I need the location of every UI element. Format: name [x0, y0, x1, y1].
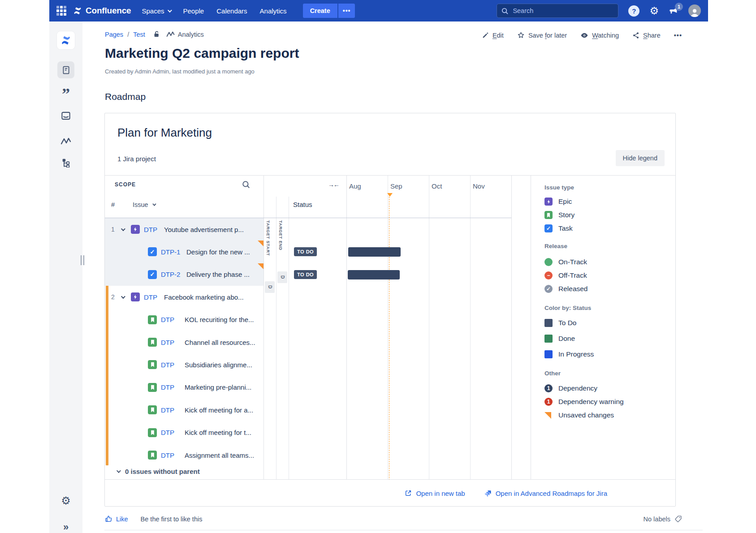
sidebar-item-analytics-icon[interactable] [60, 137, 71, 146]
search-input[interactable] [512, 7, 613, 15]
issue-key-link[interactable]: DTP-1 [161, 248, 180, 256]
edit-button[interactable]: Edit [482, 32, 504, 39]
labels-control[interactable]: No labels [644, 515, 682, 523]
issue-key-link[interactable]: DTP [161, 361, 174, 369]
analytics-wave-icon[interactable] [166, 31, 175, 38]
settings-gear-icon[interactable]: ⚙ [649, 6, 659, 16]
like-hint: Be the first to like this [141, 516, 203, 523]
sidebar-item-calendar-icon[interactable] [61, 111, 71, 121]
todo-swatch [544, 319, 553, 327]
save-for-later-button[interactable]: Save for later [517, 31, 567, 39]
column-status-header: Status [293, 201, 312, 208]
collapse-columns-icon[interactable]: →← [328, 181, 339, 188]
legend-panel: Issue type Epic Story ✓Task Release On-T… [531, 176, 675, 479]
story-icon [148, 383, 157, 392]
story-icon [148, 338, 157, 347]
today-marker [389, 197, 389, 480]
sidebar-item-hierarchy-icon[interactable] [61, 158, 71, 168]
issue-key-link[interactable]: DTP [144, 293, 157, 301]
legend-item-epic: Epic [544, 198, 572, 206]
tag-icon [674, 515, 682, 523]
roadmap-footer: Open in new tab Open in Advanced Roadmap… [105, 480, 675, 507]
confluence-app: Confluence Spaces People Calendars Analy… [49, 0, 708, 533]
sidebar-resize-handle[interactable] [81, 255, 84, 265]
share-button[interactable]: Share [632, 32, 661, 39]
story-icon [148, 360, 157, 369]
issue-key-link[interactable]: DTP [161, 339, 174, 346]
pages-icon [61, 65, 71, 75]
issue-key-link[interactable]: DTP [161, 383, 174, 391]
help-icon[interactable]: ? [628, 5, 639, 17]
analytics-views-label[interactable]: Analytics [178, 31, 204, 38]
issue-key-link[interactable]: DTP-2 [161, 271, 180, 278]
app-switcher-icon[interactable] [56, 6, 66, 16]
product-name: Confluence [86, 6, 131, 16]
breadcrumb-pages-link[interactable]: Pages [105, 31, 123, 38]
menu-people[interactable]: People [183, 7, 204, 15]
chevron-down-icon [167, 8, 172, 13]
legend-item-off-track: −Off-Track [544, 271, 587, 279]
sidebar-expand-icon[interactable]: » [63, 521, 69, 533]
legend-item-dependency-warning: 1Dependency warning [544, 398, 624, 406]
top-navigation: Confluence Spaces People Calendars Analy… [49, 0, 708, 21]
issue-key-link[interactable]: DTP [161, 316, 174, 323]
bottom-divider [104, 530, 703, 530]
sidebar-item-blog-quote-icon[interactable]: ” [62, 86, 70, 102]
unsaved-changes-icon [258, 263, 264, 269]
avatar[interactable] [688, 4, 701, 17]
space-logo[interactable] [57, 31, 75, 49]
create-button[interactable]: Create [303, 4, 337, 18]
thumbs-up-icon [105, 515, 112, 523]
legend-item-task: ✓Task [544, 224, 573, 232]
unlock-icon[interactable] [153, 30, 160, 38]
space-sidebar: ” ⚙ » [49, 21, 82, 533]
status-badge: TO DO [294, 270, 317, 279]
page-actions: Edit Save for later Watching Share ••• [482, 31, 682, 39]
external-link-icon [405, 490, 412, 497]
column-issue-header[interactable]: Issue [133, 201, 155, 208]
breadcrumb: Pages / Test Analytics [105, 30, 204, 38]
sidebar-item-pages[interactable] [57, 61, 74, 78]
search-box[interactable] [497, 4, 618, 18]
legend-section-title: Color by: Status [544, 305, 591, 311]
legend-item-in-progress: In Progress [544, 350, 594, 358]
issue-key-link[interactable]: DTP [161, 429, 174, 436]
byline: Created by Admin Admin, last modified ju… [105, 68, 255, 75]
scope-search-icon[interactable] [242, 181, 250, 189]
menu-calendars[interactable]: Calendars [216, 7, 247, 15]
open-in-advanced-roadmaps-link[interactable]: Open in Advanced Roadmaps for Jira [484, 490, 607, 497]
released-icon: ✓ [544, 285, 553, 293]
menu-analytics[interactable]: Analytics [260, 7, 287, 15]
issue-key-link[interactable]: DTP [161, 406, 174, 414]
off-track-icon: − [544, 271, 553, 279]
space-settings-gear-icon[interactable]: ⚙ [61, 495, 71, 506]
notifications-megaphone-icon[interactable]: 1 [669, 6, 678, 16]
plan-title: Plan for Marketing [117, 126, 212, 140]
open-in-new-tab-link[interactable]: Open in new tab [405, 490, 465, 497]
page-feedback-bar: Like Be the first to like this No labels [105, 515, 682, 523]
breadcrumb-test-link[interactable]: Test [133, 31, 145, 38]
more-actions-button[interactable]: ••• [674, 32, 682, 39]
watching-button[interactable]: Watching [580, 32, 619, 39]
gantt-bar[interactable] [348, 247, 401, 257]
issue-key-link[interactable]: DTP [144, 226, 157, 233]
hide-legend-button[interactable]: Hide legend [616, 150, 665, 166]
confluence-logo[interactable]: Confluence [73, 6, 131, 16]
legend-item-done: Done [544, 335, 575, 343]
story-icon [148, 315, 157, 324]
issue-key-link[interactable]: DTP [161, 451, 174, 459]
create-more-button[interactable]: ••• [338, 4, 355, 18]
eye-icon [580, 32, 588, 39]
unsaved-changes-icon [544, 412, 551, 419]
pencil-icon [482, 32, 489, 39]
section-heading: Roadmap [105, 91, 146, 102]
story-icon [148, 405, 157, 414]
menu-spaces[interactable]: Spaces [142, 7, 170, 15]
legend-item-on-track: On-Track [544, 258, 587, 266]
gantt-bar[interactable] [348, 270, 400, 279]
like-button[interactable]: Like [105, 515, 128, 523]
chevron-down-icon [152, 202, 156, 206]
unsaved-changes-icon [258, 241, 264, 246]
issues-without-parent-toggle[interactable]: 0 issues without parent [117, 468, 200, 475]
legend-item-released: ✓Released [544, 285, 588, 293]
